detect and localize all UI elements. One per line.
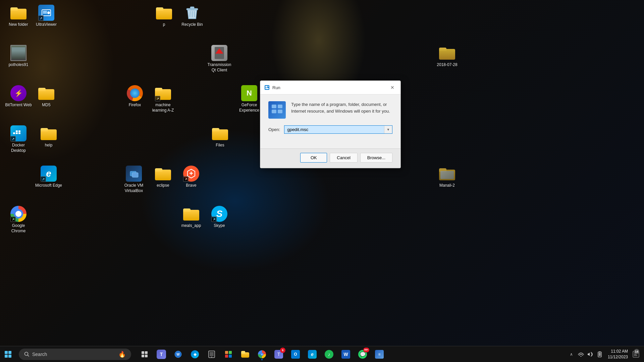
taskbar-file-explorer[interactable] [237,346,253,362]
run-description-text: Type the name of a program, folder, docu… [291,101,392,114]
geforce-label: GeForce Experience [236,103,263,113]
taskbar: Search 🔥 T [0,346,644,362]
desktop-icon-manali2[interactable]: Manali-2 [432,164,462,190]
shortcut-arrow-edge: ↗ [41,176,46,182]
help-label: help [45,143,53,148]
chrome-label: Google Chrome [5,223,32,234]
search-emoji-icon: 🔥 [118,351,126,358]
desktop-icon-ultraviewer[interactable]: ↗ UltraViewer [31,3,61,29]
taskbar-search[interactable]: Search 🔥 [19,349,131,360]
meals-app-icon-img [183,206,199,222]
desktop-icon-md5[interactable]: MD5 [31,84,61,109]
transmission-icon-img [211,45,227,61]
taskbar-app-extra[interactable]: ≡ [371,346,387,362]
desktop-icon-files[interactable]: Files [205,124,235,149]
manali2-label: Manali-2 [439,183,455,188]
desktop-icon-potholes91[interactable]: potholes91 [3,44,34,69]
svg-rect-18 [265,88,269,89]
desktop-icon-firefox[interactable]: Firefox [120,84,150,109]
brave-label: Brave [186,183,196,188]
taskbar-word[interactable]: W [338,346,354,362]
run-dialog-buttons: OK Cancel Browse... [260,148,400,168]
taskbar-whatsapp[interactable]: 💬 99+ [355,346,371,362]
md5-label: MD5 [42,103,50,108]
svg-rect-10 [18,132,20,134]
systray-expand[interactable]: ∧ [568,350,576,358]
power-svg [597,351,602,357]
potholes91-label: potholes91 [9,62,29,68]
desktop-icon-eclipse[interactable]: eclipse [148,164,178,190]
taskbar-outlook[interactable]: O [287,346,304,362]
virtualbox-icon-img [126,166,142,182]
run-cancel-button[interactable]: Cancel [330,153,357,163]
desktop-icon-skype[interactable]: S ↗ Skype [204,204,234,230]
taskbar-chrome-icon [258,350,266,358]
power-icon[interactable] [596,350,604,358]
desktop-icon-transmission[interactable]: Transmission Qt Client [204,44,234,74]
run-open-dropdown[interactable]: ▼ [384,126,392,133]
taskbar-edge[interactable]: e [304,346,320,362]
svg-rect-20 [278,105,282,108]
firefox-icon-img [127,85,143,101]
desktop-icon-help[interactable]: help [34,124,64,149]
virtualbox-label: Oracle VM VirtualBox [119,183,149,193]
ultraviewer-label: UltraViewer [36,22,57,27]
desktop-icon-bittorrent[interactable]: ⚡ BitTorrent Web [3,84,34,109]
systray-time[interactable]: 11:02 AM 11/12/2023 [605,349,631,360]
taskbar-spotify[interactable]: ♪ [321,346,337,362]
svg-rect-16 [265,86,267,87]
svg-line-24 [28,355,29,356]
geforce-icon-img: N [241,85,257,101]
taskbar-cortana[interactable]: ◆ [187,346,203,362]
taskbar-teams2[interactable]: T 6 [271,346,287,362]
desktop-icon-chrome[interactable]: ↗ Google Chrome [3,204,34,235]
desktop-icon-2018[interactable]: 2018-07-28 [432,44,462,69]
widgets-icon: W [174,350,182,358]
svg-rect-26 [145,351,148,354]
transmission-label: Transmission Qt Client [206,62,233,73]
svg-point-33 [211,357,212,357]
run-open-label: Open: [268,127,280,132]
taskbar-grid[interactable] [220,346,236,362]
run-ok-button[interactable]: OK [300,153,327,163]
taskbar-task-view[interactable] [137,346,153,362]
meals-app-label: meals_app [181,223,201,229]
shortcut-arrow-chrome: ↗ [10,217,16,222]
recycle-bin-label: Recycle Bin [181,22,203,27]
desktop-icon-virtualbox[interactable]: Oracle VM VirtualBox [119,164,149,195]
run-dialog-body: Type the name of a program, folder, docu… [260,95,400,148]
svg-line-5 [190,11,190,17]
recycle-bin-icon-img [184,5,200,21]
taskbar-tablet[interactable] [204,346,220,362]
folder-icon-img [10,5,26,21]
desktop-icon-recycle-bin[interactable]: Recycle Bin [177,3,207,29]
run-dialog-close-button[interactable]: ✕ [388,83,396,92]
volume-icon[interactable] [586,350,594,358]
desktop-icon-brave[interactable]: ↗ Brave [176,164,206,190]
svg-rect-41 [599,351,600,352]
taskbar-teams[interactable]: T [153,346,169,362]
notification-button[interactable]: 14 [632,346,640,362]
taskbar-widgets[interactable]: W [170,346,186,362]
md5-folder-icon-img [38,85,54,101]
desktop-icon-docker[interactable]: ↗ Docker Desktop [3,124,34,155]
desktop: New folder ↗ UltraViewer p [0,0,644,362]
spotify-icon: ♪ [325,350,333,359]
network-icon[interactable] [577,350,585,358]
svg-rect-32 [210,352,214,356]
desktop-icon-meals-app[interactable]: meals_app [176,204,206,230]
run-open-input[interactable] [284,126,384,133]
desktop-icon-p[interactable]: p [149,3,179,29]
run-browse-button[interactable]: Browse... [360,153,392,163]
notification-count: 14 [634,349,639,354]
desktop-icon-machine-learning[interactable]: ↗ machine learning A-Z [148,84,178,114]
run-dialog-title-text: Run [272,85,280,90]
desktop-icon-new-folder[interactable]: New folder [3,3,34,29]
desktop-icon-edge[interactable]: e ↗ Microsoft Edge [34,164,64,190]
volume-svg [587,352,593,357]
taskbar-chrome[interactable] [254,346,270,362]
eclipse-folder-icon-img [155,166,171,182]
svg-point-2 [47,11,50,14]
start-button[interactable] [0,346,16,362]
svg-rect-12 [18,130,20,132]
